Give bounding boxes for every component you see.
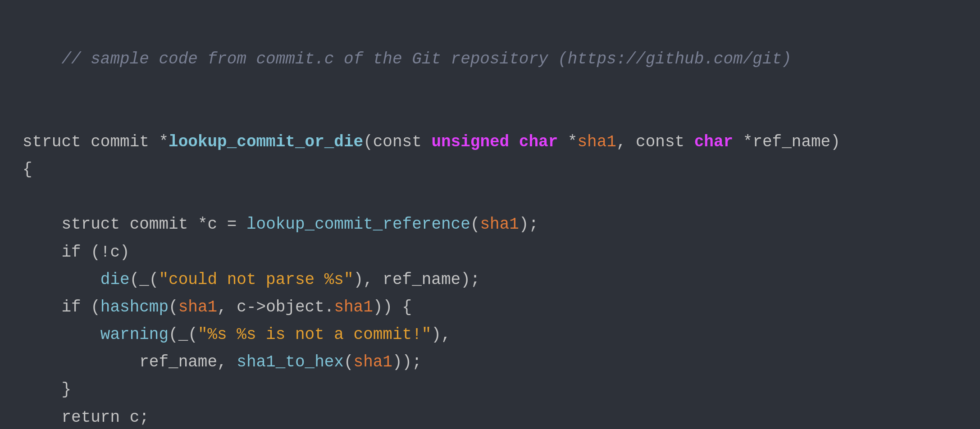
blank-line-2 xyxy=(23,183,957,211)
pointer-sym: * xyxy=(159,133,169,151)
sha1-arg: sha1 xyxy=(480,215,519,234)
pointer-2: * xyxy=(558,133,577,151)
func-sha1-to-hex: sha1_to_hex xyxy=(237,353,344,371)
keyword-if-1: if xyxy=(61,243,91,262)
keyword-char-1: char xyxy=(509,133,558,151)
pointer-3: * xyxy=(733,133,752,151)
sha1-arg-3: sha1 xyxy=(354,353,392,371)
paren-14: ( xyxy=(344,353,354,371)
var-c: c = xyxy=(208,215,246,234)
func-hashcmp: hashcmp xyxy=(100,298,169,316)
param-sha1: sha1 xyxy=(577,133,616,151)
close-paren: ) xyxy=(830,133,840,151)
comma-2: , xyxy=(217,298,237,316)
indent-4 xyxy=(23,298,61,316)
indent-3 xyxy=(23,271,100,289)
paren-10: ( xyxy=(169,298,178,316)
paren-15: )); xyxy=(392,353,422,371)
param-ref: ref_name xyxy=(752,133,830,151)
warning-line: warning(_("%s %s is not a commit!"), xyxy=(23,321,957,348)
if-c-line: if (!c) xyxy=(23,239,957,266)
paren-7: ), xyxy=(354,271,383,289)
paren-9: ( xyxy=(91,298,100,316)
paren-12: (_( xyxy=(169,325,198,344)
comment-text: // sample code from commit.c of the Git … xyxy=(61,50,791,68)
c-arrow: c->object. xyxy=(237,298,334,316)
keyword-const-2: const xyxy=(636,133,694,151)
struct-c-line: struct commit *c = lookup_commit_referen… xyxy=(23,211,957,238)
comma-1: , xyxy=(616,133,636,151)
die-line: die(_("could not parse %s"), ref_name); xyxy=(23,266,957,294)
paren-6: (_( xyxy=(130,271,159,289)
indent-2 xyxy=(23,243,61,262)
indent-1 xyxy=(23,215,61,234)
paren-13: ), xyxy=(431,325,451,344)
comment-line: // sample code from commit.c of the Git … xyxy=(23,18,957,101)
close-brace-inner: } xyxy=(61,380,71,399)
return-line: return c; xyxy=(23,404,957,429)
string-1: "could not parse %s" xyxy=(159,271,353,289)
var-c-return: c; xyxy=(130,408,149,427)
type-commit-2: commit xyxy=(130,215,198,234)
open-brace-line: { xyxy=(23,156,957,183)
keyword-unsigned: unsigned xyxy=(431,133,509,151)
func-name: lookup_commit_or_die xyxy=(169,133,363,151)
ref-sha1-line: ref_name, sha1_to_hex(sha1)); xyxy=(23,348,957,376)
indent-6 xyxy=(23,353,139,371)
func-signature-line: struct commit *lookup_commit_or_die(cons… xyxy=(23,128,957,156)
open-paren: ( xyxy=(363,133,373,151)
paren-3: ( xyxy=(470,215,480,234)
paren-5: (!c) xyxy=(91,243,129,262)
paren-4: ); xyxy=(519,215,538,234)
sha1-arg-2: sha1 xyxy=(178,298,217,316)
keyword-if-2: if xyxy=(61,298,91,316)
keyword-const-1: const xyxy=(373,133,432,151)
keyword-struct: struct xyxy=(23,133,91,151)
if-hashcmp-line: if (hashcmp(sha1, c->object.sha1)) { xyxy=(23,294,957,321)
keyword-char-2: char xyxy=(694,133,733,151)
code-block: // sample code from commit.c of the Git … xyxy=(0,0,980,429)
keyword-struct-2: struct xyxy=(61,215,129,234)
func-warning: warning xyxy=(100,325,169,344)
paren-8: ); xyxy=(460,271,480,289)
indent-5 xyxy=(23,325,100,344)
string-2: "%s %s is not a commit!" xyxy=(198,325,431,344)
type-commit: commit xyxy=(91,133,159,151)
keyword-return: return xyxy=(61,408,129,427)
func-lookup-ref: lookup_commit_reference xyxy=(246,215,470,234)
indent-7 xyxy=(23,380,61,399)
paren-11: )) { xyxy=(373,298,412,316)
ref-name-arg-1: ref_name xyxy=(383,271,460,289)
pointer-c: * xyxy=(198,215,208,234)
open-brace: { xyxy=(23,160,32,179)
c-object-sha1: sha1 xyxy=(334,298,373,316)
blank-line-1 xyxy=(23,101,957,128)
comma-3: , xyxy=(217,353,237,371)
close-brace-inner-line: } xyxy=(23,376,957,403)
func-die: die xyxy=(100,271,130,289)
indent-8 xyxy=(23,408,61,427)
ref-name-arg-2: ref_name xyxy=(139,353,217,371)
